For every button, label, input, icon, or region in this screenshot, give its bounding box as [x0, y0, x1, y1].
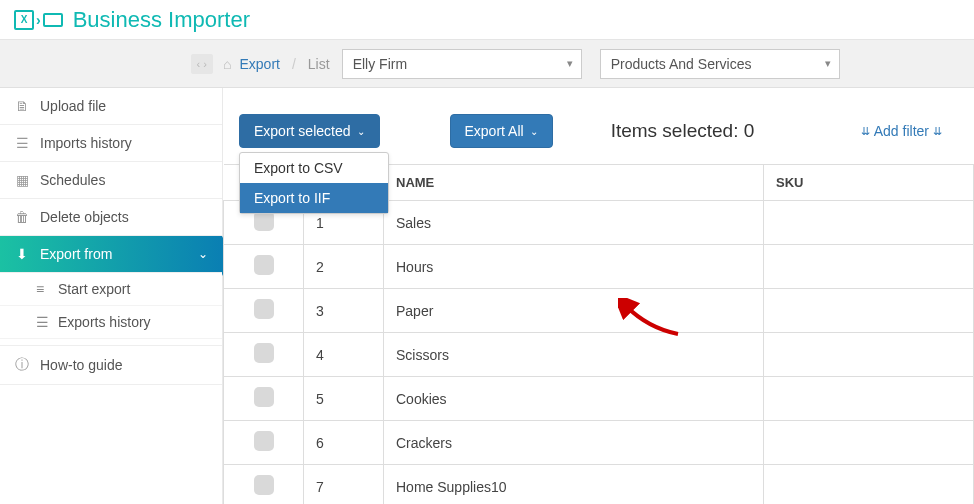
- export-selected-button[interactable]: Export selected ⌄: [239, 114, 380, 148]
- table-row[interactable]: 5Cookies: [224, 377, 974, 421]
- row-checkbox-cell: [224, 245, 304, 289]
- home-icon[interactable]: ⌂: [223, 56, 231, 72]
- category-select-value: Products And Services: [611, 56, 752, 72]
- row-checkbox[interactable]: [254, 255, 274, 275]
- row-checkbox[interactable]: [254, 299, 274, 319]
- row-sku: [764, 465, 974, 505]
- table-row[interactable]: 2Hours: [224, 245, 974, 289]
- app-title: Business Importer: [73, 7, 250, 33]
- row-name: Sales: [384, 201, 764, 245]
- breadcrumb-export-link[interactable]: Export: [239, 56, 279, 72]
- list-icon: ☰: [14, 135, 30, 151]
- row-number: 3: [304, 289, 384, 333]
- row-sku: [764, 421, 974, 465]
- sidebar-item-label: Delete objects: [40, 209, 129, 225]
- row-number: 2: [304, 245, 384, 289]
- row-name: Cookies: [384, 377, 764, 421]
- double-arrow-down-icon: ⇊: [861, 125, 870, 138]
- table-row[interactable]: 7Home Supplies10: [224, 465, 974, 505]
- sidebar-item-label: Export from: [40, 246, 112, 262]
- row-sku: [764, 377, 974, 421]
- breadcrumb-list: List: [308, 56, 330, 72]
- row-checkbox-cell: [224, 333, 304, 377]
- row-checkbox-cell: [224, 421, 304, 465]
- sidebar-sub-start-export[interactable]: ≡ Start export: [0, 273, 222, 306]
- list-icon: ☰: [36, 314, 50, 330]
- row-sku: [764, 201, 974, 245]
- row-name: Crackers: [384, 421, 764, 465]
- column-name[interactable]: NAME: [384, 165, 764, 201]
- export-selected-dropdown: Export to CSV Export to IIF: [239, 152, 389, 214]
- row-checkbox-cell: [224, 289, 304, 333]
- row-sku: [764, 289, 974, 333]
- sidebar-item-label: Upload file: [40, 98, 106, 114]
- items-selected-status: Items selected: 0: [611, 120, 755, 142]
- sidebar: 🗎 Upload file ☰ Imports history ▦ Schedu…: [0, 88, 223, 504]
- file-icon: 🗎: [14, 98, 30, 114]
- download-icon: ⬇: [14, 246, 30, 262]
- database-icon: ≡: [36, 281, 50, 297]
- row-name: Scissors: [384, 333, 764, 377]
- dropdown-item-iif[interactable]: Export to IIF: [240, 183, 388, 213]
- row-checkbox[interactable]: [254, 475, 274, 495]
- topbar: ‹ › ⌂ Export / List Elly Firm Products A…: [0, 40, 974, 88]
- dropdown-item-csv[interactable]: Export to CSV: [240, 153, 388, 183]
- row-number: 7: [304, 465, 384, 505]
- row-number: 5: [304, 377, 384, 421]
- table-row[interactable]: 4Scissors: [224, 333, 974, 377]
- sidebar-sub-label: Start export: [58, 281, 130, 297]
- main-content: Export selected ⌄ Export to CSV Export t…: [223, 88, 974, 504]
- sidebar-item-schedules[interactable]: ▦ Schedules: [0, 162, 222, 199]
- sidebar-item-label: Schedules: [40, 172, 105, 188]
- sidebar-item-label: Imports history: [40, 135, 132, 151]
- row-sku: [764, 333, 974, 377]
- row-checkbox[interactable]: [254, 387, 274, 407]
- row-checkbox[interactable]: [254, 343, 274, 363]
- app-header: X› Business Importer: [0, 0, 974, 40]
- table-row[interactable]: 6Crackers: [224, 421, 974, 465]
- caret-down-icon: ⌄: [357, 126, 365, 137]
- category-select[interactable]: Products And Services: [600, 49, 840, 79]
- calendar-icon: ▦: [14, 172, 30, 188]
- double-arrow-down-icon: ⇊: [933, 125, 942, 138]
- column-sku[interactable]: SKU: [764, 165, 974, 201]
- row-checkbox[interactable]: [254, 211, 274, 231]
- row-checkbox-cell: [224, 465, 304, 505]
- row-name: Home Supplies10: [384, 465, 764, 505]
- add-filter-label: Add filter: [874, 123, 929, 139]
- nav-back-forward[interactable]: ‹ ›: [191, 54, 213, 74]
- company-select[interactable]: Elly Firm: [342, 49, 582, 79]
- row-name: Paper: [384, 289, 764, 333]
- row-number: 6: [304, 421, 384, 465]
- row-name: Hours: [384, 245, 764, 289]
- sidebar-sub-label: Exports history: [58, 314, 151, 330]
- sidebar-item-delete[interactable]: 🗑 Delete objects: [0, 199, 222, 236]
- sidebar-item-export-from[interactable]: ⬇ Export from ⌄: [0, 236, 222, 273]
- row-checkbox[interactable]: [254, 431, 274, 451]
- row-number: 4: [304, 333, 384, 377]
- breadcrumb: ⌂ Export / List: [223, 56, 330, 72]
- export-all-label: Export All: [465, 123, 524, 139]
- data-table: NAME SKU 1Sales2Hours3Paper4Scissors5Coo…: [223, 164, 974, 504]
- trash-icon: 🗑: [14, 209, 30, 225]
- sidebar-sub-exports-history[interactable]: ☰ Exports history: [0, 306, 222, 339]
- caret-down-icon: ⌄: [530, 126, 538, 137]
- add-filter-button[interactable]: ⇊ Add filter ⇊: [861, 123, 942, 139]
- info-icon: ⓘ: [14, 356, 30, 374]
- table-row[interactable]: 3Paper: [224, 289, 974, 333]
- export-all-button[interactable]: Export All ⌄: [450, 114, 553, 148]
- chevron-down-icon: ⌄: [198, 247, 208, 261]
- toolbar: Export selected ⌄ Export to CSV Export t…: [223, 88, 974, 164]
- sidebar-item-label: How-to guide: [40, 357, 123, 373]
- row-checkbox-cell: [224, 377, 304, 421]
- sidebar-item-imports-history[interactable]: ☰ Imports history: [0, 125, 222, 162]
- export-selected-label: Export selected: [254, 123, 351, 139]
- sidebar-item-upload[interactable]: 🗎 Upload file: [0, 88, 222, 125]
- row-sku: [764, 245, 974, 289]
- sidebar-item-howto[interactable]: ⓘ How-to guide: [0, 345, 222, 385]
- company-select-value: Elly Firm: [353, 56, 407, 72]
- app-logo: X›: [14, 10, 63, 30]
